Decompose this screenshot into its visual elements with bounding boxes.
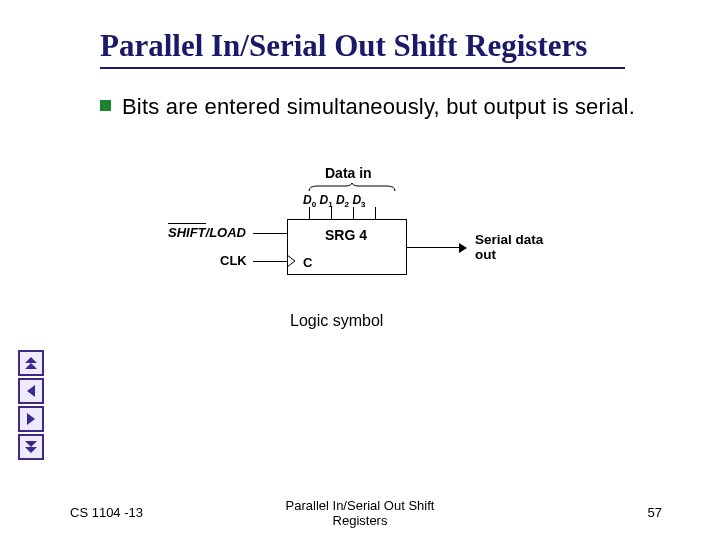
figure-caption: Logic symbol	[290, 312, 383, 330]
d1-line	[331, 207, 332, 219]
data-in-label: Data in	[325, 165, 372, 181]
nav-next-button[interactable]	[18, 406, 44, 432]
shift-load-label: SHIFT/LOAD	[168, 225, 246, 240]
triangle-right-icon	[23, 411, 39, 427]
d0: D	[303, 193, 312, 207]
footer-course-code: CS 1104 -13	[70, 505, 143, 520]
shift-load-wire	[253, 233, 287, 234]
footer-title: Parallel In/Serial Out Shift Registers	[270, 498, 450, 528]
page-title: Parallel In/Serial Out Shift Registers	[100, 28, 587, 64]
double-up-icon	[23, 355, 39, 371]
bullet-icon	[100, 100, 111, 111]
serial-out-label: Serial data out	[475, 232, 565, 262]
d0-sub: 0	[312, 200, 316, 209]
bullet-text: Bits are entered simultaneously, but out…	[122, 94, 635, 120]
d-labels: D0 D1 D2 D3	[303, 193, 366, 209]
d2-line	[353, 207, 354, 219]
output-wire	[407, 247, 461, 248]
double-down-icon	[23, 439, 39, 455]
arrow-right-icon	[459, 243, 469, 253]
clock-edge-icon	[287, 255, 297, 267]
clk-label: CLK	[220, 253, 247, 268]
brace-icon	[307, 183, 397, 193]
nav-buttons	[18, 350, 46, 462]
nav-last-button[interactable]	[18, 434, 44, 460]
nav-prev-button[interactable]	[18, 378, 44, 404]
d1: D	[319, 193, 328, 207]
footer-page-number: 57	[648, 505, 662, 520]
d2-sub: 2	[345, 200, 349, 209]
shift-overbar	[168, 223, 206, 224]
title-underline	[100, 67, 625, 69]
slide: Parallel In/Serial Out Shift Registers B…	[0, 0, 720, 540]
srg-label: SRG 4	[325, 227, 367, 243]
d2: D	[336, 193, 345, 207]
c-label: C	[303, 255, 312, 270]
d3-sub: 3	[361, 200, 365, 209]
d0-line	[309, 207, 310, 219]
d3-line	[375, 207, 376, 219]
triangle-left-icon	[23, 383, 39, 399]
d3: D	[352, 193, 361, 207]
clk-wire	[253, 261, 287, 262]
nav-first-button[interactable]	[18, 350, 44, 376]
logic-symbol-figure: Data in D0 D1 D2 D3 SRG 4 C SHIFT/LOAD C…	[145, 165, 565, 325]
